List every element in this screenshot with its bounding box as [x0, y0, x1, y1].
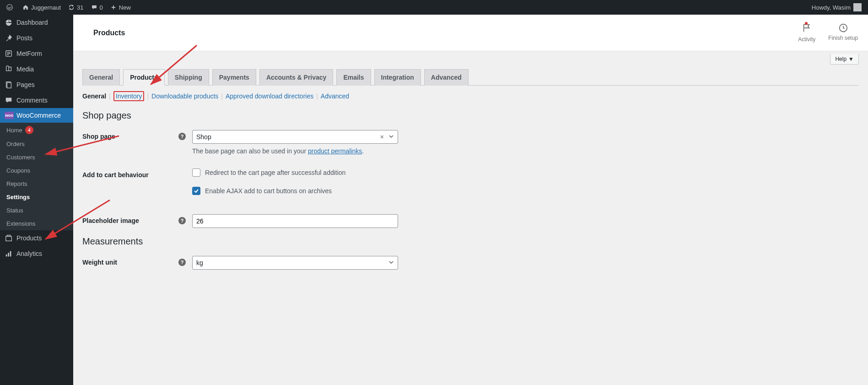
product-permalinks-link[interactable]: product permalinks — [308, 147, 362, 155]
section-shop-pages: Shop pages — [82, 110, 859, 121]
weight-unit-select[interactable]: kg — [192, 256, 398, 270]
shop-page-label: Shop page — [82, 133, 115, 140]
ajax-label: Enable AJAX add to cart buttons on archi… — [205, 187, 332, 195]
subtab-downloadable[interactable]: Downloadable products — [151, 92, 218, 100]
svg-rect-5 — [7, 235, 10, 237]
menu-media[interactable]: Media — [0, 61, 73, 77]
finish-setup-button[interactable]: Finish setup — [828, 23, 858, 43]
home-icon — [22, 4, 29, 11]
placeholder-image-input[interactable] — [192, 214, 398, 228]
tab-advanced[interactable]: Advanced — [424, 69, 469, 86]
sub-tabs: General | Inventory | Downloadable produ… — [82, 91, 859, 101]
wc-header: Products Activity Finish setup — [73, 15, 868, 51]
menu-pages-label: Pages — [16, 81, 35, 88]
tab-shipping[interactable]: Shipping — [168, 69, 209, 86]
form-icon — [5, 49, 13, 58]
menu-pages[interactable]: Pages — [0, 77, 73, 92]
tab-general[interactable]: General — [82, 69, 120, 86]
submenu-extensions[interactable]: Extensions — [0, 217, 73, 230]
clock-icon — [838, 23, 848, 33]
submenu-home[interactable]: Home 4 — [0, 123, 73, 137]
pages-icon — [5, 81, 13, 89]
svg-rect-6 — [6, 255, 7, 257]
menu-woocommerce[interactable]: woo WooCommerce — [0, 108, 73, 123]
redirect-checkbox[interactable] — [192, 168, 200, 177]
products-icon — [5, 234, 13, 242]
help-icon[interactable]: ? — [178, 217, 186, 224]
menu-dashboard[interactable]: Dashboard — [0, 15, 73, 30]
redirect-label: Redirect to the cart page after successf… — [205, 169, 345, 176]
new-content-link[interactable]: New — [107, 0, 135, 15]
subtab-inventory[interactable]: Inventory — [113, 91, 145, 101]
activity-button[interactable]: Activity — [798, 23, 815, 43]
svg-rect-8 — [10, 251, 11, 257]
tab-integration[interactable]: Integration — [374, 69, 421, 86]
tab-emails[interactable]: Emails — [336, 69, 371, 86]
woocommerce-icon: woo — [5, 112, 14, 119]
menu-comments[interactable]: Comments — [0, 92, 73, 108]
comments-icon — [5, 96, 13, 104]
weight-unit-value: kg — [196, 259, 203, 266]
chevron-down-icon — [388, 133, 394, 141]
help-tab[interactable]: Help ▼ — [830, 54, 859, 65]
settings-tabs: General Products Shipping Payments Accou… — [82, 69, 859, 86]
dropdown-triangle-icon: ▼ — [848, 56, 854, 62]
updates-link[interactable]: 31 — [65, 0, 87, 15]
menu-metform-label: MetForm — [16, 50, 42, 57]
howdy-label: Howdy, Wasim — [812, 4, 851, 11]
menu-comments-label: Comments — [16, 97, 48, 104]
submenu-home-label: Home — [6, 127, 22, 134]
tab-accounts[interactable]: Accounts & Privacy — [259, 69, 334, 86]
woocommerce-submenu: Home 4 Orders Customers Coupons Reports … — [0, 123, 73, 230]
section-measurements: Measurements — [82, 236, 859, 247]
subtab-approved[interactable]: Approved download directories — [226, 92, 313, 100]
site-name-label: Juggernaut — [31, 4, 61, 11]
help-label: Help — [835, 56, 846, 62]
tab-payments[interactable]: Payments — [212, 69, 256, 86]
submenu-coupons[interactable]: Coupons — [0, 164, 73, 177]
chevron-down-icon — [388, 259, 394, 266]
clear-icon[interactable]: × — [380, 133, 384, 141]
wordpress-icon — [6, 4, 13, 11]
my-account-link[interactable]: Howdy, Wasim — [808, 0, 865, 15]
check-icon — [194, 188, 199, 194]
svg-rect-3 — [7, 83, 11, 88]
media-icon — [5, 65, 13, 73]
comments-count: 0 — [100, 4, 103, 11]
finish-setup-label: Finish setup — [828, 35, 858, 41]
pin-icon — [5, 34, 13, 42]
menu-media-label: Media — [16, 65, 34, 73]
placeholder-image-label: Placeholder image — [82, 217, 139, 224]
subtab-advanced[interactable]: Advanced — [321, 92, 349, 100]
admin-bar: Juggernaut 31 0 New Howdy, Wasim — [0, 0, 868, 15]
site-name-link[interactable]: Juggernaut — [19, 0, 65, 15]
home-count-badge: 4 — [25, 126, 33, 134]
submenu-settings[interactable]: Settings — [0, 190, 73, 204]
svg-rect-4 — [6, 236, 12, 241]
analytics-icon — [5, 249, 13, 258]
shop-page-value: Shop — [196, 133, 211, 141]
refresh-icon — [68, 4, 75, 11]
help-icon[interactable]: ? — [178, 259, 186, 266]
dashboard-icon — [5, 18, 13, 27]
admin-sidebar: Dashboard Posts MetForm Media Pages Comm… — [0, 15, 73, 385]
submenu-status[interactable]: Status — [0, 204, 73, 217]
submenu-orders[interactable]: Orders — [0, 137, 73, 151]
menu-analytics[interactable]: Analytics — [0, 246, 73, 261]
tab-products[interactable]: Products — [123, 69, 165, 86]
submenu-reports[interactable]: Reports — [0, 177, 73, 190]
ajax-checkbox[interactable] — [192, 187, 200, 195]
plus-icon — [110, 4, 117, 11]
submenu-customers[interactable]: Customers — [0, 151, 73, 164]
menu-metform[interactable]: MetForm — [0, 46, 73, 61]
comments-link[interactable]: 0 — [87, 0, 107, 15]
add-to-cart-label: Add to cart behaviour — [82, 171, 149, 179]
shop-page-select[interactable]: Shop × — [192, 130, 398, 144]
subtab-general[interactable]: General — [82, 92, 106, 100]
menu-products[interactable]: Products — [0, 230, 73, 246]
menu-posts[interactable]: Posts — [0, 30, 73, 46]
help-icon[interactable]: ? — [178, 133, 186, 140]
wp-logo[interactable] — [3, 0, 19, 15]
menu-dashboard-label: Dashboard — [16, 19, 48, 26]
weight-unit-label: Weight unit — [82, 259, 117, 266]
